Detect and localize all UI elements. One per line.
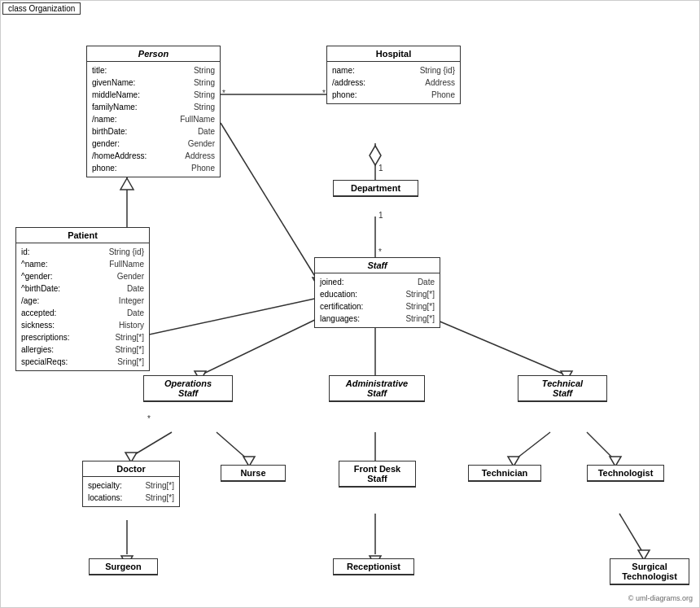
person-title: Person	[87, 46, 220, 62]
surgical-technologist-title: SurgicalTechnologist	[610, 559, 689, 584]
diagram-title: class Organization	[2, 2, 81, 15]
mult-person-hospital: *	[222, 89, 225, 98]
hospital-title: Hospital	[327, 46, 460, 62]
mult-dept-staff-star: *	[378, 247, 382, 256]
svg-line-20	[514, 432, 550, 461]
department-title: Department	[334, 181, 418, 196]
svg-line-14	[131, 432, 172, 457]
front-desk-staff-title: Front DeskStaff	[339, 461, 415, 487]
svg-marker-2	[370, 146, 381, 165]
class-hospital: Hospital name:String {id} /address:Addre…	[326, 46, 461, 104]
class-doctor: Doctor specialty:String[*] locations:Str…	[82, 461, 180, 507]
class-nurse: Nurse	[221, 465, 286, 482]
technical-staff-title: TechnicalStaff	[518, 376, 606, 401]
patient-title: Patient	[16, 228, 149, 243]
staff-title: Staff	[315, 258, 440, 273]
diagram-container: class Organization	[0, 0, 700, 608]
class-technician: Technician	[468, 465, 541, 482]
class-person: Person title:String givenName:String mid…	[86, 46, 221, 177]
operations-staff-title: OperationsStaff	[144, 376, 232, 401]
svg-line-16	[217, 432, 249, 461]
class-front-desk-staff: Front DeskStaff	[339, 461, 416, 488]
administrative-staff-title: AdministrativeStaff	[330, 376, 424, 401]
class-administrative-staff: AdministrativeStaff	[329, 375, 425, 402]
class-surgical-technologist: SurgicalTechnologist	[610, 558, 689, 585]
class-operations-staff: OperationsStaff	[143, 375, 233, 402]
person-attrs: title:String givenName:String middleName…	[87, 62, 220, 177]
doctor-attrs: specialty:String[*] locations:String[*]	[83, 477, 179, 506]
mult-dept-staff-1: 1	[378, 211, 383, 220]
technologist-title: Technologist	[588, 466, 663, 481]
class-staff: Staff joined:Date education:String[*] ce…	[314, 257, 440, 328]
mult-hospital-dept: 1	[378, 164, 383, 173]
nurse-title: Nurse	[221, 466, 285, 481]
class-patient: Patient id:String {id} ^name:FullName ^g…	[15, 227, 150, 371]
staff-attrs: joined:Date education:String[*] certific…	[315, 273, 440, 327]
class-receptionist: Receptionist	[333, 558, 414, 575]
svg-line-12	[432, 318, 567, 375]
class-technologist: Technologist	[587, 465, 664, 482]
svg-line-22	[587, 432, 615, 461]
surgeon-title: Surgeon	[90, 559, 157, 575]
doctor-title: Doctor	[83, 461, 179, 477]
copyright: © uml-diagrams.org	[628, 594, 693, 602]
technician-title: Technician	[469, 466, 540, 481]
receptionist-title: Receptionist	[334, 559, 413, 575]
class-technical-staff: TechnicalStaff	[518, 375, 607, 402]
svg-marker-5	[120, 178, 133, 190]
mult-ops-star: *	[147, 414, 151, 423]
svg-line-8	[200, 318, 318, 375]
class-surgeon: Surgeon	[89, 558, 158, 575]
svg-line-28	[619, 514, 644, 554]
mult-hospital-person: *	[322, 89, 326, 98]
svg-line-6	[221, 123, 318, 282]
hospital-attrs: name:String {id} /address:Address phone:…	[327, 62, 460, 103]
patient-attrs: id:String {id} ^name:FullName ^gender:Ge…	[16, 243, 149, 370]
class-department: Department	[333, 180, 418, 197]
